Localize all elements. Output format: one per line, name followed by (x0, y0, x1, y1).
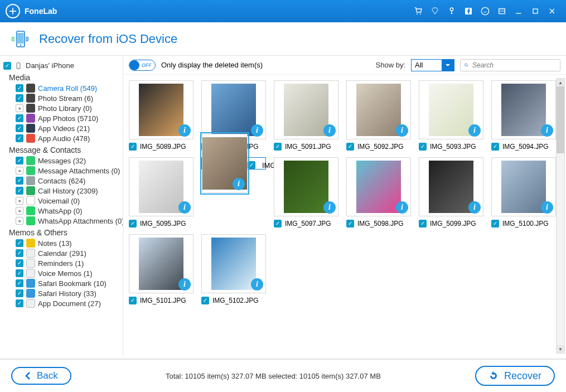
thumbnail-card[interactable]: iIMG_5098.JPG (346, 157, 411, 228)
maximize-icon[interactable] (529, 5, 541, 17)
thumb-checkbox[interactable] (201, 297, 209, 304)
thumbnail-image[interactable]: i (201, 234, 266, 293)
info-icon[interactable]: i (323, 124, 336, 137)
thumbnail-image[interactable]: i (129, 234, 193, 293)
thumbnail-card[interactable]: iIMG_5096.JPG (201, 157, 266, 170)
thumbnail-image[interactable]: i (491, 80, 556, 139)
info-icon[interactable]: i (541, 124, 553, 137)
thumbnail-image[interactable]: i (346, 157, 411, 216)
item-checkbox[interactable] (16, 207, 23, 215)
thumb-checkbox[interactable] (346, 143, 354, 151)
sidebar-item[interactable]: Camera Roll (549) (3, 83, 119, 93)
thumbnail-card[interactable]: iIMG_5093.JPG (419, 80, 483, 151)
item-checkbox[interactable] (16, 289, 23, 297)
sidebar-item[interactable]: Contacts (624) (3, 176, 119, 186)
sidebar-item[interactable]: App Videos (21) (3, 123, 119, 133)
device-checkbox[interactable] (3, 62, 11, 70)
item-checkbox[interactable] (16, 279, 23, 287)
thumbnail-image[interactable]: i (274, 157, 338, 216)
info-icon[interactable]: i (396, 124, 408, 137)
info-icon[interactable]: i (251, 278, 263, 291)
thumbnail-card[interactable]: iIMG_5092.JPG (346, 80, 411, 151)
thumbnail-image[interactable]: i (491, 157, 556, 216)
thumbnail-card[interactable]: iIMG_5091.JPG (274, 80, 338, 151)
thumb-checkbox[interactable] (419, 143, 427, 151)
recover-button[interactable]: Recover (475, 366, 555, 386)
item-checkbox[interactable] (16, 259, 23, 267)
info-icon[interactable]: i (468, 201, 481, 214)
info-icon[interactable]: i (396, 201, 408, 214)
item-checkbox[interactable] (16, 167, 23, 175)
item-checkbox[interactable] (16, 187, 23, 195)
info-icon[interactable]: i (323, 201, 336, 214)
sidebar-item[interactable]: Message Attachments (0) (3, 166, 119, 176)
item-checkbox[interactable] (16, 197, 23, 205)
thumb-checkbox[interactable] (129, 143, 137, 151)
item-checkbox[interactable] (16, 134, 23, 142)
sidebar-item[interactable]: Call History (2309) (3, 186, 119, 196)
info-icon[interactable]: i (178, 124, 191, 137)
info-icon[interactable]: i (468, 124, 481, 137)
thumbnail-card[interactable]: iIMG_5102.JPG (201, 234, 266, 304)
item-checkbox[interactable] (16, 94, 23, 102)
thumbnail-image[interactable]: i (129, 157, 193, 216)
cart-icon[interactable] (412, 5, 424, 17)
thumbnail-card[interactable]: iIMG_5099.JPG (419, 157, 483, 228)
sidebar-item[interactable]: App Document (27) (3, 298, 119, 308)
thumbnail-card[interactable]: iIMG_5089.JPG (129, 80, 193, 151)
item-checkbox[interactable] (16, 177, 23, 185)
facebook-icon[interactable] (462, 5, 475, 17)
sidebar-item[interactable]: WhatsApp (0) (3, 206, 119, 216)
sidebar-item[interactable]: Messages (32) (3, 156, 119, 166)
item-checkbox[interactable] (16, 217, 23, 225)
thumb-checkbox[interactable] (491, 143, 499, 151)
item-checkbox[interactable] (16, 124, 23, 132)
sidebar-item[interactable]: Photo Library (0) (3, 103, 119, 113)
item-checkbox[interactable] (16, 249, 23, 257)
thumb-checkbox[interactable] (491, 220, 499, 228)
item-checkbox[interactable] (16, 269, 23, 277)
item-checkbox[interactable] (16, 104, 23, 112)
sidebar-item[interactable]: Calendar (291) (3, 248, 119, 258)
thumbnail-image[interactable]: i (202, 134, 248, 193)
thumbnail-image[interactable]: i (129, 80, 193, 139)
item-checkbox[interactable] (16, 84, 23, 92)
item-checkbox[interactable] (16, 114, 23, 122)
thumbnail-card[interactable]: iIMG_5101.JPG (129, 234, 193, 304)
thumb-checkbox[interactable] (419, 220, 427, 228)
device-row[interactable]: Danjas' iPhone (3, 60, 119, 71)
info-icon[interactable]: i (178, 201, 191, 214)
sidebar-item[interactable]: App Audio (478) (3, 133, 119, 143)
info-icon[interactable]: i (233, 178, 245, 190)
thumb-checkbox[interactable] (346, 220, 354, 228)
diamond-icon[interactable] (429, 5, 441, 17)
thumb-checkbox[interactable] (129, 297, 137, 304)
thumbnail-image[interactable]: i (346, 80, 411, 139)
thumbnail-image[interactable]: i (419, 80, 483, 139)
sidebar-item[interactable]: Photo Stream (6) (3, 93, 119, 103)
showby-select[interactable]: All (411, 59, 454, 71)
thumbnail-card[interactable]: iIMG_5094.JPG (491, 80, 556, 151)
item-checkbox[interactable] (16, 239, 23, 247)
sidebar-item[interactable]: Voice Memos (1) (3, 268, 119, 278)
thumbnail-image[interactable]: i (274, 80, 338, 139)
search-input[interactable] (472, 61, 557, 69)
thumb-checkbox[interactable] (274, 220, 282, 228)
menu-icon[interactable] (496, 5, 508, 17)
close-icon[interactable] (546, 5, 558, 17)
info-icon[interactable]: i (251, 124, 263, 137)
search-box[interactable] (460, 59, 560, 71)
thumb-checkbox[interactable] (129, 220, 137, 228)
thumbnail-card[interactable]: iIMG_5100.JPG (491, 157, 556, 228)
thumbnail-card[interactable]: iIMG_5097.JPG (274, 157, 338, 228)
thumb-checkbox[interactable] (274, 143, 282, 151)
minimize-icon[interactable] (512, 5, 525, 17)
deleted-only-toggle[interactable]: OFF (129, 60, 156, 71)
thumbnail-card[interactable]: iIMG_5095.JPG (129, 157, 193, 228)
sidebar-item[interactable]: Reminders (1) (3, 258, 119, 268)
sidebar-item[interactable]: App Photos (5710) (3, 113, 119, 123)
feedback-icon[interactable] (479, 5, 491, 17)
sidebar-item[interactable]: Safari History (33) (3, 288, 119, 298)
sidebar-item[interactable]: WhatsApp Attachments (0) (3, 216, 119, 226)
thumbnail-image[interactable]: i (201, 80, 266, 139)
